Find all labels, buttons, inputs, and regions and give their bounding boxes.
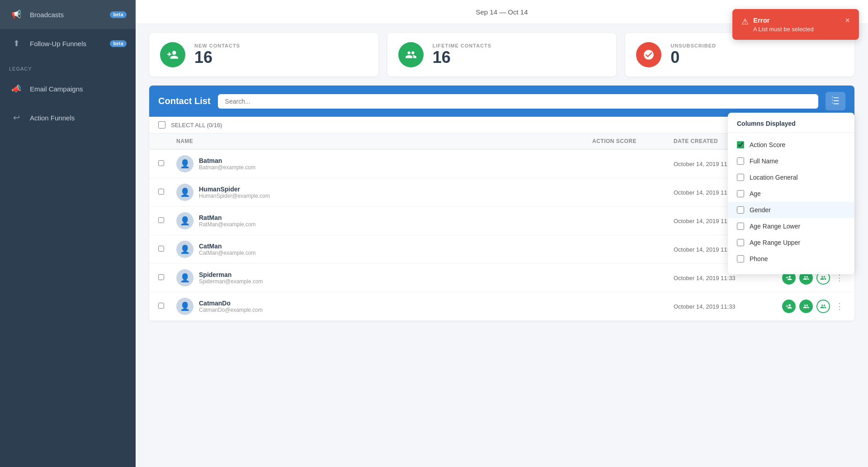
column-option-age[interactable]: Age [728,186,854,202]
sidebar-item-email-campaigns-label: Email Campaigns [30,85,127,93]
column-checkbox-phone[interactable] [737,255,744,262]
contact-email-0: Batman@example.com [199,164,255,171]
column-label-full-name: Full Name [750,157,778,165]
error-message: A List must be selected [753,26,840,33]
contact-info-3: 👤 CatMan CatMan@example.com [176,241,592,258]
contact-name-2: RatMan [199,214,256,221]
column-option-age-range-upper[interactable]: Age Range Upper [728,234,854,251]
column-checkbox-full-name[interactable] [737,157,744,165]
column-action-score-header: Action Score [592,138,674,144]
contact-list-section: Contact List SELECT ALL (0/16) NAME Acti… [149,86,854,321]
sidebar-item-email-campaigns[interactable]: 📣 Email Campaigns [0,74,136,103]
error-icon: ⚠ [741,17,749,27]
column-option-full-name[interactable]: Full Name [728,153,854,169]
contact-list-title: Contact List [158,96,211,106]
column-option-age-range-lower[interactable]: Age Range Lower [728,218,854,234]
main-content: Sep 14 — Oct 14 ⬇ Download Contacts NEW … [136,0,868,467]
columns-panel-title: Columns Displayed [728,120,854,133]
date-created-cell-5: October 14, 2019 11:33 [674,303,773,310]
contact-avatar-1: 👤 [176,184,193,201]
column-option-gender[interactable]: Gender [728,202,854,218]
sidebar-item-broadcasts-label: Broadcasts [30,11,104,19]
date-created-cell-4: October 14, 2019 11:33 [674,275,773,281]
column-option-location-general[interactable]: Location General [728,169,854,186]
column-option-phone[interactable]: Phone [728,251,854,267]
error-content: Error A List must be selected [753,16,840,33]
stat-lifetime-contacts: LIFETIME CONTACTS 16 [387,33,617,76]
action-funnels-icon: ↩ [9,110,24,125]
column-checkbox-gender[interactable] [737,206,744,214]
contact-name-5: CatmanDo [199,300,263,307]
lifetime-contacts-info: LIFETIME CONTACTS 16 [433,43,491,67]
contact-avatar-3: 👤 [176,241,193,258]
follow-up-funnels-badge: beta [110,40,127,47]
sidebar: 📢 Broadcasts beta ⬆ Follow-Up Funnels be… [0,0,136,467]
column-option-action-score[interactable]: Action Score [728,137,854,153]
row-checkbox-5[interactable] [158,303,164,309]
column-checkbox-location-general[interactable] [737,174,744,181]
stat-new-contacts: NEW CONTACTS 16 [149,33,378,76]
group-contact-btn-5[interactable] [799,300,813,313]
select-all-checkbox[interactable] [158,121,165,129]
error-close-button[interactable]: × [845,16,850,24]
contact-name-0: Batman [199,157,255,164]
contact-avatar-0: 👤 [176,155,193,172]
error-toast: ⚠ Error A List must be selected × [732,9,859,40]
contact-name-4: Spiderman [199,271,263,278]
new-contacts-icon [160,42,185,67]
more-options-btn-5[interactable]: ⋮ [834,300,845,313]
lifetime-contacts-value: 16 [433,48,491,67]
search-input[interactable] [218,94,818,109]
unsubscribed-value: 0 [670,48,716,67]
contact-name-1: HumanSpider [199,186,270,193]
column-checkbox-age-range-lower[interactable] [737,223,744,230]
email-campaigns-icon: 📣 [9,81,24,96]
unsubscribed-icon [636,42,661,67]
column-label-gender: Gender [750,206,771,214]
row-checkbox-2[interactable] [158,217,164,223]
columns-panel: Columns Displayed Action Score Full Name… [728,113,854,274]
column-label-age-range-lower: Age Range Lower [750,223,800,230]
columns-display-button[interactable] [826,92,845,110]
remove-contact-btn-5[interactable] [816,300,830,313]
contact-avatar-4: 👤 [176,269,193,286]
date-range: Sep 14 — Oct 14 [384,8,619,16]
row-actions-5: ⋮ [773,300,845,313]
sidebar-item-broadcasts[interactable]: 📢 Broadcasts beta [0,0,136,29]
legacy-divider: Legacy [0,58,136,74]
sidebar-item-action-funnels-label: Action Funnels [30,114,127,122]
unsubscribed-info: UNSUBSCRIBED 0 [670,43,716,67]
contact-email-5: CatmanDo@example.com [199,307,263,313]
row-checkbox-0[interactable] [158,160,164,166]
contact-name-3: CatMan [199,243,256,250]
row-checkbox-3[interactable] [158,246,164,252]
contact-info-2: 👤 RatMan RatMan@example.com [176,212,592,229]
sidebar-item-action-funnels[interactable]: ↩ Action Funnels [0,103,136,132]
contact-info-4: 👤 Spiderman Spiderman@example.com [176,269,592,286]
error-title: Error [753,16,840,24]
contact-avatar-5: 👤 [176,298,193,315]
column-name-header: NAME [176,138,592,144]
row-checkbox-4[interactable] [158,274,164,280]
column-checkbox-age[interactable] [737,190,744,197]
follow-up-funnels-icon: ⬆ [9,36,24,51]
new-contacts-value: 16 [194,48,240,67]
column-checkbox-action-score[interactable] [737,141,744,148]
sidebar-item-follow-up-funnels[interactable]: ⬆ Follow-Up Funnels beta [0,29,136,58]
column-checkbox-age-range-upper[interactable] [737,239,744,246]
select-all-label: SELECT ALL (0/16) [171,122,222,129]
sidebar-item-follow-up-funnels-label: Follow-Up Funnels [30,40,104,48]
column-label-location-general: Location General [750,174,798,181]
column-options: Action Score Full Name Location General … [728,137,854,267]
add-contact-btn-5[interactable] [782,300,796,313]
column-label-age-range-upper: Age Range Upper [750,239,800,246]
contact-list-header: Contact List [149,86,854,117]
contact-info-0: 👤 Batman Batman@example.com [176,155,592,172]
column-label-phone: Phone [750,255,768,262]
contact-email-2: RatMan@example.com [199,221,256,228]
contact-avatar-2: 👤 [176,212,193,229]
new-contacts-info: NEW CONTACTS 16 [194,43,240,67]
column-label-action-score: Action Score [750,141,785,148]
row-checkbox-1[interactable] [158,189,164,195]
broadcasts-icon: 📢 [9,7,24,22]
